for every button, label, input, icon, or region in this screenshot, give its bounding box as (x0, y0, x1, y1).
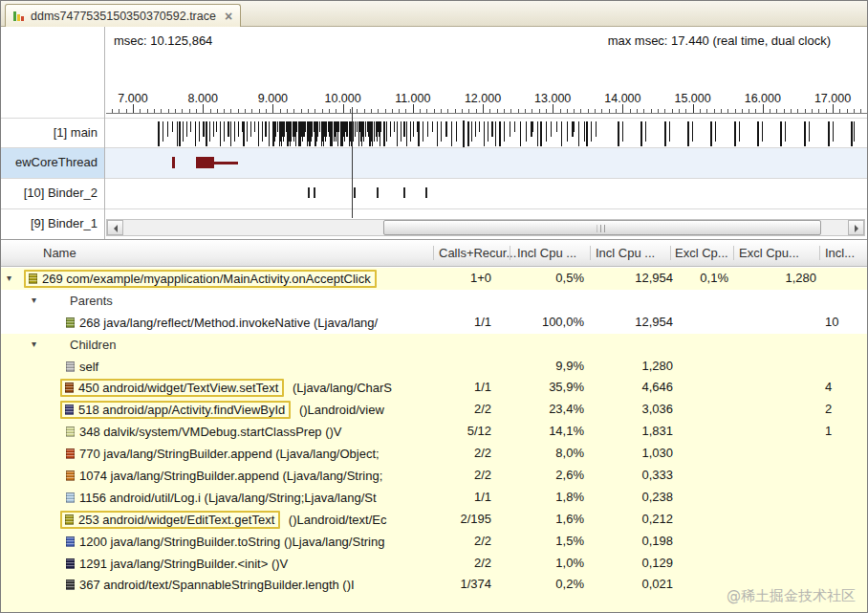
ruler-tick (154, 109, 155, 113)
table-body: ▾269 com/example/myapplication/MainActiv… (1, 268, 867, 613)
column-header[interactable]: Incl Cpu ... (517, 240, 576, 266)
group-label: Parents (70, 294, 113, 308)
ruler-tick (420, 109, 421, 113)
table-row[interactable]: ▾269 com/example/myapplication/MainActiv… (1, 268, 867, 290)
ruler-tick (721, 109, 722, 113)
calls-value: 1/1 (474, 312, 491, 334)
method-name: self (79, 360, 98, 374)
column-separator (733, 246, 734, 260)
timeline-tick (403, 121, 404, 132)
ruler-tick (147, 109, 148, 113)
call-bar (196, 157, 214, 168)
ruler-tick (280, 109, 281, 113)
table-row[interactable]: self9,9%1,280 (1, 356, 867, 378)
timeline-tick (463, 120, 465, 147)
timeline-panel[interactable]: msec: 10.125,864 max msec: 17.440 (real … (1, 27, 867, 240)
timeline-tick (467, 121, 469, 146)
method-signature-rest: ()Landroid/view (295, 403, 384, 417)
timeline-tick (833, 121, 834, 142)
timeline-tick (206, 121, 207, 146)
call-line (214, 162, 238, 164)
table-row[interactable]: 1156 android/util/Log.i (Ljava/lang/Stri… (1, 487, 867, 509)
column-header[interactable]: Excl Cp... (675, 240, 728, 266)
thread-timeline[interactable] (105, 119, 867, 147)
time-cursor-line[interactable] (352, 107, 353, 218)
incl-cpu-pct-value: 1,0% (555, 553, 584, 575)
ruler-tick (405, 109, 406, 113)
column-header[interactable]: Incl Cpu ... (596, 240, 655, 266)
column-header[interactable]: Name (43, 240, 76, 266)
incl-cpu-pct-value: 1,8% (555, 487, 584, 509)
timeline-tick (209, 121, 210, 142)
timeline-tick (172, 121, 173, 132)
method-name: 1291 java/lang/StringBuilder.<init> ()V (79, 557, 288, 571)
ruler-tick (546, 109, 547, 113)
expand-arrow-icon[interactable]: ▾ (7, 268, 11, 290)
timeline-tick (584, 121, 585, 142)
method-color-icon (65, 405, 74, 415)
timeline-tick (520, 121, 521, 146)
scrollbar-thumb[interactable] (383, 220, 821, 235)
ruler-tick (672, 109, 673, 113)
thread-label[interactable]: [10] Binder_2 (1, 179, 104, 208)
name-cell: 518 android/app/Activity.findViewById ()… (60, 399, 384, 421)
thread-label[interactable]: ewCoreThread (1, 148, 104, 178)
incl-cpu-time-value: 0,333 (641, 465, 673, 487)
timeline-tick (213, 121, 214, 137)
timeline-tick (394, 121, 395, 132)
table-row[interactable]: 450 android/widget/TextView.setText (Lja… (1, 377, 867, 399)
ruler-tick (140, 109, 141, 113)
timeline-tick (495, 121, 496, 146)
thread-timeline[interactable] (105, 179, 867, 208)
thread-label[interactable]: [1] main (1, 119, 104, 147)
timeline-tick (163, 121, 163, 142)
table-row[interactable]: 1291 java/lang/StringBuilder.<init> ()V2… (1, 553, 867, 575)
table-row[interactable]: ▾Children (1, 334, 867, 356)
table-row[interactable]: ▾Parents (1, 290, 867, 312)
ruler-tick (175, 109, 176, 113)
timeline-tick (314, 187, 315, 198)
incl-cpu-pct-value: 0,5% (555, 268, 584, 290)
incl-cpu-time-value: 12,954 (635, 312, 673, 334)
expand-arrow-icon[interactable]: ▾ (32, 334, 36, 356)
search-highlight-box: 450 android/widget/TextView.setText (60, 379, 284, 397)
table-row[interactable]: 268 java/lang/reflect/Method.invokeNativ… (1, 312, 867, 334)
table-row[interactable]: 1200 java/lang/StringBuilder.toString ()… (1, 531, 867, 553)
timeline-tick (586, 121, 588, 146)
ruler-tick (580, 109, 581, 113)
ruler-tick (224, 109, 225, 113)
excl-cpu-time-value: 1,280 (785, 268, 816, 290)
thread-label[interactable]: [9] Binder_1 (1, 209, 104, 239)
thread-row[interactable]: [10] Binder_2 (1, 179, 867, 209)
close-icon[interactable]: × (225, 9, 232, 24)
column-header[interactable]: Calls+Recur... (439, 240, 516, 266)
timeline-tick (785, 121, 786, 142)
ruler-tick (679, 109, 680, 113)
table-row[interactable]: 1074 java/lang/StringBuilder.append (Lja… (1, 465, 867, 487)
ruler-tick (539, 109, 540, 113)
thread-row[interactable]: ewCoreThread (1, 148, 867, 179)
method-name: 518 android/app/Activity.findViewById (78, 403, 285, 417)
table-row[interactable]: 770 java/lang/StringBuilder.append (Ljav… (1, 443, 867, 465)
timeline-tick (403, 187, 405, 198)
column-header[interactable]: Excl Cpu... (739, 240, 799, 266)
scroll-right-button[interactable] (848, 220, 864, 235)
timeline-tick (190, 121, 191, 132)
thread-timeline[interactable] (105, 148, 867, 178)
trace-tab[interactable]: ddms7477535150350370592.trace × (5, 4, 241, 27)
table-row[interactable]: 253 android/widget/EditText.getText ()La… (1, 509, 867, 531)
incl-cpu-time-value: 1,030 (641, 443, 673, 465)
expand-arrow-icon[interactable]: ▾ (32, 290, 36, 312)
scroll-left-button[interactable] (107, 220, 123, 235)
ruler-tick (462, 109, 463, 113)
timeline-scrollbar[interactable] (106, 219, 865, 236)
table-row[interactable]: 348 dalvik/system/VMDebug.startClassPrep… (1, 421, 867, 443)
timeline-tick (854, 121, 855, 142)
incl-cpu-pct-value: 0,2% (555, 574, 584, 596)
column-header[interactable]: Incl... (825, 240, 855, 266)
incl-cpu-time-value: 1,831 (641, 421, 673, 443)
timeline-tick (361, 121, 362, 146)
thread-row[interactable]: [1] main (1, 118, 867, 148)
timeline-tick (491, 121, 492, 132)
table-row[interactable]: 518 android/app/Activity.findViewById ()… (1, 399, 867, 421)
